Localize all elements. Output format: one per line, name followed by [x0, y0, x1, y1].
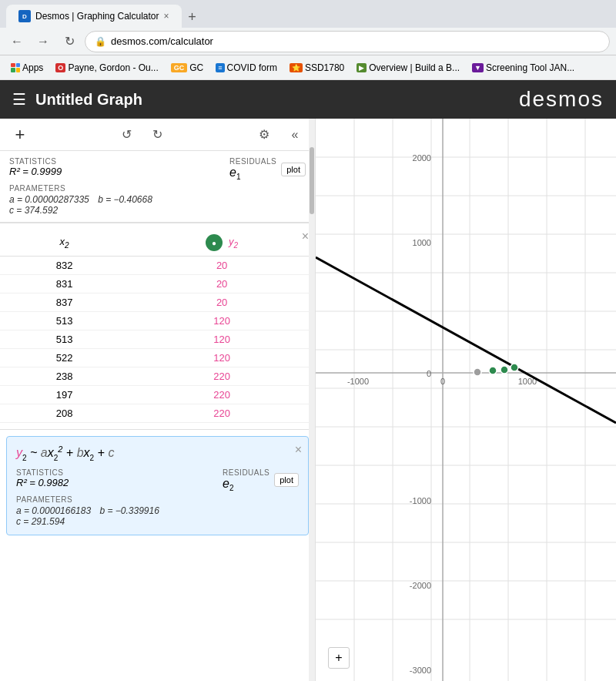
svg-text:-2000: -2000 [410, 581, 431, 590]
table-expression: × x2 ● [0, 223, 315, 430]
table-cell-x[interactable]: 522 [0, 349, 129, 367]
table-cell-y[interactable]: 20 [129, 257, 315, 275]
table-cell-y[interactable]: 20 [129, 275, 315, 294]
undo-button[interactable]: ↺ [115, 122, 139, 147]
reg-params-section: PARAMETERS a = 0.0000166183 b = −0.33991… [16, 495, 299, 527]
svg-text:-1000: -1000 [410, 496, 431, 505]
bookmark-apps[interactable]: Apps [6, 61, 48, 75]
bookmark-overview-label: Overview | Build a B... [369, 62, 460, 73]
collapse-panel-button[interactable]: « [283, 122, 307, 147]
residuals-label-1: RESIDUALS [229, 157, 276, 166]
table-cell-y[interactable]: 220 [129, 404, 315, 423]
hamburger-button[interactable]: ☰ [12, 90, 26, 109]
zoom-controls: + [328, 647, 350, 669]
app-container: ☰ Untitled Graph desmos + ↺ ↻ ⚙ « [0, 80, 616, 681]
table-cell-y[interactable]: 120 [129, 330, 315, 349]
back-button[interactable]: ← [6, 31, 28, 52]
main-content: + ↺ ↻ ⚙ « STATISTICS R² = 0.9999 [0, 119, 616, 681]
reg-statistics-section: STATISTICS R² = 0.9982 [16, 468, 69, 488]
graph-title: Untitled Graph [35, 91, 142, 109]
table-cell-x[interactable]: 513 [0, 330, 129, 349]
residuals-label-wrapper: RESIDUALS e1 [229, 157, 276, 181]
regression-close-button[interactable]: × [295, 443, 302, 457]
zoom-in-button[interactable]: + [328, 647, 350, 669]
table-cell-x[interactable]: 208 [0, 404, 129, 423]
table-close-button[interactable]: × [302, 230, 309, 243]
active-tab[interactable]: D Desmos | Graphing Calculator × [6, 5, 182, 28]
table-cell-x[interactable]: 832 [0, 257, 129, 275]
bookmark-apps-label: Apps [22, 62, 43, 73]
scroll-track [309, 119, 315, 681]
reg-residuals-section: RESIDUALS e2 plot [223, 468, 299, 492]
address-bar[interactable]: 🔒 desmos.com/calculator [85, 31, 610, 52]
bookmark-payne-icon: O [55, 63, 65, 72]
reg-residuals-label-wrapper: RESIDUALS e2 [223, 468, 270, 492]
settings-button[interactable]: ⚙ [252, 122, 276, 147]
params-values-1: a = 0.00000287335 b = −0.40668 c = 374.5… [9, 194, 306, 216]
table-row: 832 20 [0, 257, 315, 275]
table-cell-x[interactable]: 837 [0, 294, 129, 312]
new-tab-button[interactable]: + [182, 6, 203, 28]
svg-text:-3000: -3000 [410, 666, 431, 675]
plot-button-1[interactable]: plot [281, 163, 306, 176]
bookmark-ssd-label: SSD1780 [305, 62, 344, 73]
table-row: 208 220 [0, 404, 315, 423]
forward-button[interactable]: → [32, 31, 54, 52]
add-expression-button[interactable]: + [8, 122, 32, 147]
table-color-icon[interactable]: ● [206, 234, 223, 251]
refresh-button[interactable]: ↻ [59, 31, 80, 52]
table-cell-y[interactable]: 220 [129, 367, 315, 386]
params-section-1: PARAMETERS a = 0.00000287335 b = −0.4066… [9, 184, 306, 216]
data-point-2 [500, 366, 508, 374]
table-cell-x[interactable]: 238 [0, 367, 129, 386]
param-b-1: b = −0.40668 [98, 194, 152, 205]
tab-title: Desmos | Graphing Calculator [35, 11, 159, 22]
tab-close-icon[interactable]: × [164, 11, 169, 22]
graph-canvas[interactable]: 2000 1000 0 -1000 -2000 -3000 -1000 0 10… [316, 119, 616, 681]
table-row: 837 20 [0, 294, 315, 312]
bookmark-payne[interactable]: O Payne, Gordon - Ou... [51, 61, 162, 75]
svg-text:2000: 2000 [413, 153, 431, 163]
table-cell-y[interactable]: 120 [129, 349, 315, 367]
bookmark-overview[interactable]: ▶ Overview | Build a B... [352, 61, 464, 75]
table-cell-y[interactable]: 20 [129, 294, 315, 312]
reg-e-label: e2 [223, 477, 233, 490]
url-text: desmos.com/calculator [111, 35, 213, 47]
statistics-section: STATISTICS R² = 0.9999 [9, 157, 62, 177]
panel-content: STATISTICS R² = 0.9999 RESIDUALS e1 plot [0, 151, 315, 681]
data-point-4 [474, 368, 481, 376]
table-cell-x[interactable]: 197 [0, 386, 129, 404]
regression-block: × y2 ~ ax22 + bx2 + c STATISTICS R² [6, 436, 309, 535]
bookmark-ssd-icon: ⭐ [290, 63, 303, 72]
scroll-thumb[interactable] [310, 147, 314, 215]
bookmark-overview-icon: ▶ [357, 63, 367, 72]
bookmark-covid-label: COVID form [227, 62, 277, 73]
table-cell-y[interactable]: 220 [129, 386, 315, 404]
table-cell-x[interactable]: 513 [0, 312, 129, 330]
reg-params-values: a = 0.0000166183 b = −0.339916 c = 291.5… [16, 505, 299, 527]
table-cell-x[interactable]: 831 [0, 275, 129, 294]
param-c-1: c = 374.592 [9, 205, 58, 216]
reg-stats-row: STATISTICS R² = 0.9982 RESIDUALS e2 plot [16, 468, 299, 492]
stats-panel-1: STATISTICS R² = 0.9999 RESIDUALS e1 plot [0, 151, 315, 223]
app-header: ☰ Untitled Graph desmos [0, 80, 616, 119]
bookmark-gc-icon: GC [171, 63, 188, 72]
bookmark-covid[interactable]: ≡ COVID form [211, 61, 282, 75]
table-row: 197 220 [0, 386, 315, 404]
reg-residuals-label: RESIDUALS [223, 468, 270, 477]
lock-icon: 🔒 [95, 36, 106, 47]
bookmark-screening[interactable]: ▼ Screening Tool JAN... [467, 61, 579, 75]
svg-text:0: 0 [427, 369, 431, 378]
table-cell-y[interactable]: 120 [129, 312, 315, 330]
col-x-header: x2 [0, 230, 129, 257]
redo-button[interactable]: ↻ [146, 122, 170, 147]
bookmark-gc[interactable]: GC GC [166, 61, 209, 75]
table-row: 513 120 [0, 312, 315, 330]
reg-params-label: PARAMETERS [16, 495, 299, 504]
bookmark-gc-label: GC [189, 62, 203, 73]
reg-plot-button[interactable]: plot [274, 473, 299, 487]
table-container: x2 ● y2 [0, 223, 315, 429]
bookmark-ssd[interactable]: ⭐ SSD1780 [285, 61, 349, 75]
reg-param-a: a = 0.0000166183 [16, 505, 91, 516]
svg-text:1000: 1000 [413, 238, 431, 247]
